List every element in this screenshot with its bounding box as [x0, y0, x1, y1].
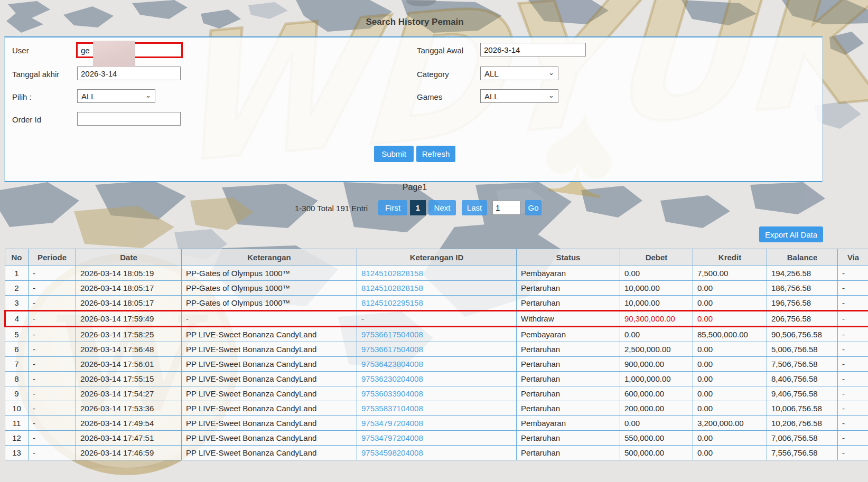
page-title: Search History Pemain [0, 17, 829, 27]
cell-periode: - [29, 357, 76, 372]
cell-keterangan: PP LIVE-Sweet Bonanza CandyLand [182, 431, 357, 446]
go-button[interactable]: Go [525, 200, 542, 215]
tanggal-awal-label: Tanggal Awal [417, 46, 463, 55]
keterangan-id-link[interactable]: 97534797204008 [361, 433, 423, 442]
cell-no: 3 [5, 296, 29, 311]
table-row: 2-2026-03-14 18:05:17PP-Gates of Olympus… [5, 281, 868, 296]
keterangan-id-link[interactable]: 97536617504008 [361, 345, 423, 354]
keterangan-id-link[interactable]: 97536033904008 [361, 389, 423, 398]
games-select[interactable]: ALL ⌄ [480, 89, 558, 103]
refresh-button[interactable]: Refresh [416, 146, 455, 162]
keterangan-id-link[interactable]: 97536617504008 [361, 330, 423, 339]
first-page-button[interactable]: First [378, 200, 407, 215]
tanggal-awal-input[interactable] [480, 43, 586, 56]
cell-status: Pertaruhan [517, 446, 620, 460]
cell-debet: 2,500,000.00 [620, 342, 693, 357]
cell-kredit: 0.00 [693, 431, 767, 446]
cell-no: 10 [5, 401, 29, 416]
column-header-status: Status [517, 249, 620, 266]
column-header-keterangan_id: Keterangan ID [357, 249, 517, 266]
keterangan-id-link[interactable]: 97536230204008 [361, 374, 423, 383]
cell-no: 4 [5, 311, 29, 327]
cell-keterangan: PP-Gates of Olympus 1000™ [182, 296, 357, 311]
cell-via: - [838, 357, 868, 372]
cell-keterangan: - [182, 311, 357, 327]
keterangan-id-link[interactable]: 81245102295158 [361, 298, 423, 307]
cell-date: 2026-03-14 17:53:36 [76, 401, 182, 416]
cell-keterangan_id: 97536230204008 [357, 372, 517, 386]
cell-periode: - [29, 296, 76, 311]
cell-debet: 600,000.00 [620, 386, 693, 401]
last-page-button[interactable]: Last [462, 200, 487, 215]
tanggal-akhir-input[interactable] [77, 67, 181, 80]
column-header-via: Via [838, 249, 868, 266]
cell-via: - [838, 266, 868, 281]
cell-balance: 186,756.58 [767, 281, 838, 296]
table-row: 9-2026-03-14 17:54:27PP LIVE-Sweet Bonan… [5, 386, 868, 401]
cell-no: 12 [5, 431, 29, 446]
chevron-down-icon: ⌄ [548, 91, 554, 99]
keterangan-id-link[interactable]: 81245102828158 [361, 269, 423, 278]
keterangan-id-link[interactable]: 81245102828158 [361, 283, 423, 292]
cell-no: 9 [5, 386, 29, 401]
column-header-periode: Periode [29, 249, 76, 266]
cell-kredit: 0.00 [693, 386, 767, 401]
cell-no: 13 [5, 446, 29, 460]
category-select-value: ALL [484, 69, 499, 78]
cell-keterangan_id: - [357, 311, 517, 327]
cell-balance: 9,406,756.58 [767, 386, 838, 401]
games-label: Games [417, 92, 442, 101]
cell-via: - [838, 401, 868, 416]
keterangan-id-link[interactable]: 97534797204008 [361, 419, 423, 428]
cell-periode: - [29, 281, 76, 296]
cell-balance: 5,006,756.58 [767, 342, 838, 357]
order-id-input[interactable] [77, 112, 181, 126]
cell-kredit: 3,200,000.00 [693, 416, 767, 431]
submit-button[interactable]: Submit [374, 146, 414, 162]
cell-status: Pertaruhan [517, 281, 620, 296]
cell-debet: 0.00 [620, 266, 693, 281]
cell-kredit: 0.00 [693, 401, 767, 416]
cell-keterangan: PP LIVE-Sweet Bonanza CandyLand [182, 386, 357, 401]
history-table: NoPeriodeDateKeteranganKeterangan IDStat… [4, 249, 868, 460]
pilih-select[interactable]: ALL ⌄ [77, 89, 155, 103]
cell-date: 2026-03-14 17:47:51 [76, 431, 182, 446]
keterangan-id-link[interactable]: 97536423804008 [361, 360, 423, 368]
cell-debet: 10,000.00 [620, 296, 693, 311]
cell-status: Pertaruhan [517, 386, 620, 401]
cell-no: 8 [5, 372, 29, 386]
cell-status: Pertaruhan [517, 372, 620, 386]
column-header-debet: Debet [620, 249, 693, 266]
category-select[interactable]: ALL ⌄ [480, 67, 558, 80]
cell-date: 2026-03-14 17:56:01 [76, 357, 182, 372]
cell-periode: - [29, 416, 76, 431]
cell-periode: - [29, 446, 76, 460]
cell-debet: 0.00 [620, 327, 693, 342]
cell-periode: - [29, 401, 76, 416]
cell-status: Pertaruhan [517, 296, 620, 311]
keterangan-id-link[interactable]: 97535837104008 [361, 404, 423, 413]
pilih-label: Pilih : [12, 92, 32, 101]
cell-keterangan_id: 97536423804008 [357, 357, 517, 372]
goto-page-input[interactable] [492, 201, 520, 215]
cell-debet: 1,000,000.00 [620, 372, 693, 386]
cell-via: - [838, 386, 868, 401]
cell-periode: - [29, 386, 76, 401]
cell-keterangan_id: 97536617504008 [357, 342, 517, 357]
category-label: Category [417, 70, 449, 79]
cell-date: 2026-03-14 18:05:17 [76, 281, 182, 296]
keterangan-id-link[interactable]: 97534598204008 [361, 448, 423, 457]
cell-debet: 10,000.00 [620, 281, 693, 296]
cell-status: Pertaruhan [517, 342, 620, 357]
cell-kredit: 0.00 [693, 281, 767, 296]
table-row: 3-2026-03-14 18:05:17PP-Gates of Olympus… [5, 296, 868, 311]
next-page-button[interactable]: Next [428, 200, 456, 215]
table-row: 4-2026-03-14 17:59:49--Withdraw90,300,00… [5, 311, 868, 327]
cell-balance: 196,756.58 [767, 296, 838, 311]
cell-via: - [838, 281, 868, 296]
export-all-data-button[interactable]: Export All Data [759, 226, 823, 242]
cell-debet: 90,300,000.00 [620, 311, 693, 327]
cell-status: Pembayaran [517, 266, 620, 281]
tanggal-akhir-label: Tanggal akhir [12, 70, 59, 79]
cell-periode: - [29, 342, 76, 357]
